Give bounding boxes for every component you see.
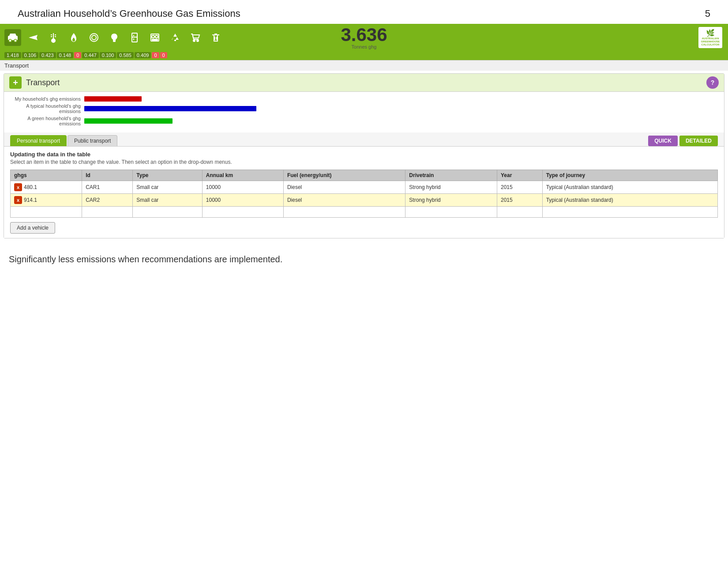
- td-empty-4: [202, 207, 283, 218]
- td-journey-1[interactable]: Typical (Australian standard): [542, 181, 717, 194]
- footer-text: Significantly less emissions when recomm…: [0, 241, 728, 278]
- page-title: Australian Household’s Greenhouse Gas Em…: [18, 8, 240, 19]
- th-ghgs: ghgs: [11, 170, 82, 181]
- vehicles-table: ghgs Id Type Annual km Fuel (energy/unit…: [10, 170, 718, 218]
- logo-area: 🌿 AUSTRALIAN GREENHOUSE CALCULATOR: [697, 26, 724, 49]
- delete-row2-button[interactable]: x: [14, 196, 22, 204]
- logo-text: AUSTRALIAN GREENHOUSE CALCULATOR: [701, 37, 720, 47]
- logo-box: 🌿 AUSTRALIAN GREENHOUSE CALCULATOR: [698, 27, 723, 49]
- flame-icon[interactable]: [65, 29, 82, 46]
- fridge-icon[interactable]: [126, 29, 143, 46]
- table-row: x 914.1 CAR2 Small car 10000 Diesel Stro…: [11, 194, 718, 207]
- val-10: 0: [160, 52, 167, 58]
- td-year-1[interactable]: 2015: [497, 181, 543, 194]
- add-vehicle-button[interactable]: Add a vehicle: [10, 222, 55, 234]
- emission-row-green: A green household's ghg emissions: [10, 116, 718, 126]
- transport-title-area: + Transport: [9, 76, 60, 89]
- ghgs-val-1: 480.1: [24, 184, 37, 190]
- td-ghgs-1: x 480.1: [11, 181, 82, 194]
- td-journey-2[interactable]: Typical (Australian standard): [542, 194, 717, 207]
- th-type: Type: [133, 170, 202, 181]
- td-type-2[interactable]: Small car: [133, 194, 202, 207]
- td-empty-7: [497, 207, 543, 218]
- emission-bar-red: [84, 96, 142, 102]
- washer-icon[interactable]: [86, 29, 102, 46]
- svg-point-2: [9, 39, 11, 42]
- transport-panel: + Transport ? My household's ghg emissio…: [4, 73, 724, 238]
- svg-point-12: [90, 34, 98, 42]
- svg-point-28: [197, 40, 199, 42]
- td-km-1[interactable]: 10000: [202, 181, 283, 194]
- val-0: 1.418: [4, 52, 21, 58]
- svg-marker-1: [9, 34, 16, 36]
- val-9: 0: [152, 52, 159, 58]
- detailed-button[interactable]: DETAILED: [679, 136, 718, 146]
- values-bar: 1.418 0.106 0.423 0.148 0 0.447 0.100 0.…: [0, 51, 728, 60]
- ghg-value: 3.636: [341, 26, 387, 44]
- td-empty-6: [405, 207, 497, 218]
- car-icon[interactable]: [4, 29, 21, 46]
- td-empty-3: [133, 207, 202, 218]
- svg-point-13: [92, 35, 96, 40]
- td-drivetrain-1[interactable]: Strong hybrid: [405, 181, 497, 194]
- val-5: 0.447: [82, 52, 99, 58]
- table-header-row: ghgs Id Type Annual km Fuel (energy/unit…: [11, 170, 718, 181]
- help-button[interactable]: ?: [706, 76, 719, 89]
- update-title: Updating the data in the table: [10, 151, 718, 158]
- td-id-1[interactable]: CAR1: [82, 181, 133, 194]
- update-desc: Select an item in the table to change th…: [10, 159, 718, 165]
- tab-personal-transport[interactable]: Personal transport: [10, 135, 67, 146]
- svg-point-7: [52, 39, 55, 42]
- val-7: 0.585: [117, 52, 134, 58]
- td-empty-8: [542, 207, 717, 218]
- td-type-1[interactable]: Small car: [133, 181, 202, 194]
- td-empty-5: [283, 207, 405, 218]
- stove-icon[interactable]: [146, 29, 163, 46]
- emission-row-typical: A typical household's ghg emissions: [10, 103, 718, 114]
- add-section-button[interactable]: +: [9, 76, 22, 89]
- emissions-section: My household's ghg emissions A typical h…: [4, 92, 724, 132]
- th-annual-km: Annual km: [202, 170, 283, 181]
- table-row-empty: [11, 207, 718, 218]
- table-row: x 480.1 CAR1 Small car 10000 Diesel Stro…: [11, 181, 718, 194]
- td-id-2[interactable]: CAR2: [82, 194, 133, 207]
- transport-title: Transport: [26, 78, 60, 87]
- ghgs-val-2: 914.1: [24, 197, 37, 203]
- td-drivetrain-2[interactable]: Strong hybrid: [405, 194, 497, 207]
- svg-point-20: [152, 35, 154, 38]
- val-6: 0.100: [100, 52, 116, 58]
- transport-header: + Transport ?: [4, 74, 724, 92]
- temperature-icon[interactable]: [45, 29, 62, 46]
- td-ghgs-2: x 914.1: [11, 194, 82, 207]
- trash-icon[interactable]: [207, 29, 224, 46]
- svg-rect-22: [152, 39, 158, 40]
- val-2: 0.423: [39, 52, 56, 58]
- plane-icon[interactable]: [25, 29, 41, 46]
- logo-leaf-icon: 🌿: [701, 29, 720, 37]
- svg-marker-23: [173, 34, 177, 37]
- svg-marker-24: [176, 37, 179, 40]
- table-section: Updating the data in the table Select an…: [4, 147, 724, 238]
- toolbar: 3.636 Tonnes ghg 🌿 AUSTRALIAN GREENHOUSE…: [0, 24, 728, 51]
- val-8: 0.409: [135, 52, 151, 58]
- td-fuel-2[interactable]: Diesel: [283, 194, 405, 207]
- emission-row-my: My household's ghg emissions: [10, 96, 718, 102]
- cart-icon[interactable]: [187, 29, 204, 46]
- delete-row1-button[interactable]: x: [14, 183, 22, 191]
- val-3: 0.148: [57, 52, 74, 58]
- tab-public-transport[interactable]: Public transport: [68, 135, 117, 146]
- recycle-icon[interactable]: [167, 29, 184, 46]
- val-1: 0.106: [22, 52, 39, 58]
- td-fuel-1[interactable]: Diesel: [283, 181, 405, 194]
- emission-label-green: A green household's ghg emissions: [10, 116, 81, 126]
- td-km-2[interactable]: 10000: [202, 194, 283, 207]
- emission-label-typical: A typical household's ghg emissions: [10, 103, 81, 114]
- svg-point-21: [155, 35, 158, 38]
- lightbulb-icon[interactable]: [106, 29, 123, 46]
- th-id: Id: [82, 170, 133, 181]
- svg-point-27: [193, 40, 195, 42]
- td-year-2[interactable]: 2015: [497, 194, 543, 207]
- svg-rect-14: [113, 41, 116, 42]
- ghg-display: 3.636 Tonnes ghg: [341, 26, 387, 49]
- quick-button[interactable]: QUICK: [648, 136, 678, 146]
